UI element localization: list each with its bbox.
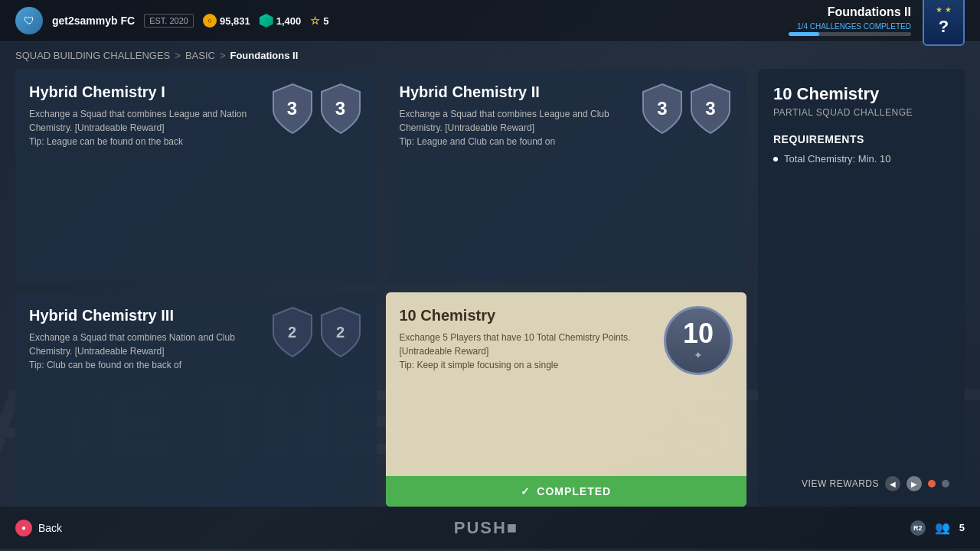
stars-value: 5	[323, 15, 328, 27]
back-circle-icon: ●	[15, 520, 32, 536]
coin-icon: ○	[203, 14, 217, 28]
card-1-desc: Exchange a Squad that combines League an…	[29, 107, 259, 148]
card-2-title: Hybrid Chemistry II	[400, 83, 629, 101]
req-text-1: Total Chemistry: Min. 10	[784, 153, 890, 165]
points-icon	[260, 14, 273, 28]
nav-dot-active	[928, 480, 936, 487]
breadcrumb-current: Foundations II	[230, 50, 298, 61]
foundations-info: Foundations II 1/4 CHALLENGES COMPLETED	[789, 5, 911, 36]
breadcrumb: SQUAD BUILDING CHALLENGES > BASIC > Foun…	[0, 42, 980, 69]
people-count: 5	[959, 522, 965, 533]
card-2-text: Hybrid Chemistry II Exchange a Squad tha…	[400, 83, 629, 148]
footer-right: R2 👥 5	[910, 520, 965, 536]
foundations-title: Foundations II	[789, 5, 911, 19]
right-panel: 10 Chemistry PARTIAL SQUAD CHALLENGE REQ…	[758, 69, 965, 507]
badge-10-icon: ✦	[694, 349, 703, 361]
est-badge: EST. 2020	[144, 14, 194, 28]
challenge-card-10-chem[interactable]: 10 Chemistry Exchange 5 Players that hav…	[386, 292, 747, 507]
shield-3a-number: 2	[288, 324, 296, 341]
card-4-desc: Exchange 5 Players that have 10 Total Ch…	[400, 331, 653, 372]
r2-button[interactable]: R2	[910, 520, 926, 536]
badge-10-number: 10	[683, 320, 714, 347]
points-display: 1,400	[260, 14, 302, 28]
progress-container: 1/4 CHALLENGES COMPLETED	[789, 22, 911, 36]
push-logo: PUSH■	[454, 518, 518, 538]
view-rewards-label: VIEW REWARDS	[802, 478, 879, 489]
stars-display: ☆ 5	[310, 15, 328, 27]
r2-icon: R2	[910, 520, 926, 536]
header: 🛡 get2sammyb FC EST. 2020 ○ 95,831 1,400…	[0, 0, 980, 42]
shield-1a: 3	[270, 83, 315, 135]
nav-right-arrow[interactable]: ▶	[906, 476, 922, 491]
card-1-title: Hybrid Chemistry I	[29, 83, 259, 101]
shield-3b: 2	[318, 306, 363, 358]
card-1-text: Hybrid Chemistry I Exchange a Squad that…	[29, 83, 259, 148]
shield-1b-number: 3	[335, 98, 345, 119]
requirement-item-1: Total Chemistry: Min. 10	[773, 153, 949, 165]
help-badge[interactable]: ★ ★ ?	[923, 0, 965, 46]
card-3-text: Hybrid Chemistry III Exchange a Squad th…	[29, 306, 259, 372]
completed-label: COMPLETED	[537, 485, 611, 497]
completed-bar: ✓ COMPLETED	[386, 476, 747, 507]
requirements-title: REQUIREMENTS	[773, 133, 949, 145]
right-panel-title: 10 Chemistry	[773, 84, 949, 104]
shield-1b: 3	[318, 83, 363, 135]
progress-fill	[789, 32, 819, 36]
shield-3a: 2	[270, 306, 315, 358]
progress-bar	[789, 32, 911, 36]
coins-value: 95,831	[220, 15, 250, 27]
card-2-desc: Exchange a Squad that combines League an…	[400, 107, 629, 148]
coins-display: ○ 95,831	[203, 14, 250, 28]
card-4-text: 10 Chemistry Exchange 5 Players that hav…	[400, 306, 653, 372]
breadcrumb-sbc[interactable]: SQUAD BUILDING CHALLENGES	[15, 50, 170, 61]
back-button[interactable]: ● Back	[15, 520, 62, 536]
card-2-badges: 3 3	[640, 83, 733, 135]
challenge-card-hybrid-2[interactable]: Hybrid Chemistry II Exchange a Squad tha…	[386, 69, 747, 283]
shield-1a-number: 3	[287, 98, 297, 119]
card-1-badges: 3 3	[270, 83, 363, 135]
back-label: Back	[38, 522, 62, 534]
breadcrumb-basic[interactable]: BASIC	[185, 50, 215, 61]
nav-dot-empty	[942, 480, 949, 487]
breadcrumb-arrow-2: >	[220, 50, 226, 61]
header-left: 🛡 get2sammyb FC EST. 2020 ○ 95,831 1,400…	[15, 7, 328, 34]
nav-left-arrow[interactable]: ◀	[885, 476, 900, 491]
req-dot-1	[773, 157, 778, 161]
shield-3b-number: 2	[336, 324, 345, 341]
breadcrumb-arrow-1: >	[175, 50, 181, 61]
help-star-2: ★	[945, 5, 952, 14]
people-icon: 👥	[935, 520, 950, 535]
shield-2b-number: 3	[705, 98, 715, 119]
shield-2a: 3	[640, 83, 684, 135]
challenge-card-hybrid-3[interactable]: Hybrid Chemistry III Exchange a Squad th…	[15, 292, 377, 507]
footer: ● Back PUSH■ R2 👥 5	[0, 507, 980, 549]
right-panel-subtitle: PARTIAL SQUAD CHALLENGE	[773, 107, 949, 118]
help-star-1: ★	[936, 5, 942, 14]
header-right: Foundations II 1/4 CHALLENGES COMPLETED …	[789, 0, 965, 46]
help-stars: ★ ★	[936, 5, 952, 14]
stars-icon: ☆	[310, 15, 320, 27]
challenge-card-hybrid-1[interactable]: Hybrid Chemistry I Exchange a Squad that…	[15, 69, 377, 283]
card-3-desc: Exchange a Squad that combines Nation an…	[29, 331, 259, 372]
club-logo-icon: 🛡	[24, 15, 34, 27]
right-panel-bottom: VIEW REWARDS ◀ ▶	[773, 476, 949, 491]
card-3-title: Hybrid Chemistry III	[29, 306, 259, 324]
card-4-title: 10 Chemistry	[400, 306, 653, 324]
10-chem-badge: 10 ✦	[664, 306, 733, 375]
club-name: get2sammyb FC	[52, 15, 135, 27]
checkmark-icon: ✓	[521, 485, 531, 497]
card-3-badges: 2 2	[270, 306, 363, 358]
shield-2b: 3	[688, 83, 733, 135]
points-value: 1,400	[276, 15, 302, 27]
help-question-mark[interactable]: ?	[939, 17, 949, 37]
main-content: Hybrid Chemistry I Exchange a Squad that…	[0, 69, 980, 507]
shield-2a-number: 3	[657, 98, 667, 119]
challenges-grid: Hybrid Chemistry I Exchange a Squad that…	[15, 69, 746, 507]
club-logo: 🛡	[15, 7, 43, 34]
progress-label: 1/4 CHALLENGES COMPLETED	[789, 22, 911, 31]
